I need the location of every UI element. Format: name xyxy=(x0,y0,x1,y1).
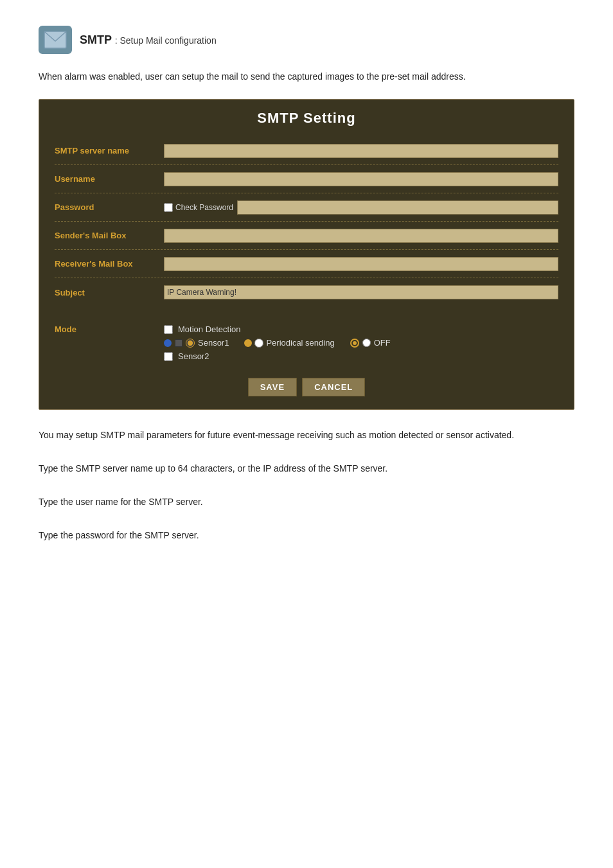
sensor1-checkbox-indicator xyxy=(175,339,182,347)
periodical-dot xyxy=(244,339,252,347)
off-radio[interactable] xyxy=(362,339,371,347)
sender-mailbox-row: Sender's Mail Box xyxy=(55,227,558,250)
subject-label: Subject xyxy=(55,288,164,297)
sensor1-item: Sensor1 xyxy=(164,338,229,348)
password-row: Password Check Password xyxy=(55,199,558,222)
button-row: SAVE CANCEL xyxy=(39,378,574,396)
description-2: Type the SMTP server name up to 64 chara… xyxy=(39,461,574,477)
smtp-server-row: SMTP server name xyxy=(55,142,558,165)
intro-text: When alarm was enabled, user can setup t… xyxy=(39,69,574,84)
off-label: OFF xyxy=(374,338,391,348)
password-controls: Check Password xyxy=(164,200,558,215)
sensor2-label: Sensor2 xyxy=(178,351,209,361)
off-item: OFF xyxy=(350,338,391,348)
receiver-mailbox-input[interactable] xyxy=(164,257,558,271)
sender-mailbox-input[interactable] xyxy=(164,229,558,243)
periodical-label-text: Periodical sending xyxy=(266,338,334,348)
header-title: SMTP : Setup Mail configuration xyxy=(80,33,217,47)
periodical-radio[interactable] xyxy=(254,339,263,348)
off-inner xyxy=(353,341,357,345)
mail-icon xyxy=(39,26,72,54)
subject-input[interactable] xyxy=(164,285,558,299)
sensor1-dot xyxy=(164,339,172,347)
sensor1-radio[interactable] xyxy=(186,339,195,348)
username-input[interactable] xyxy=(164,172,558,186)
motion-detection-checkbox[interactable] xyxy=(164,325,173,334)
off-circle xyxy=(350,339,359,348)
mode-label: Mode xyxy=(55,324,164,365)
password-label: Password xyxy=(55,202,164,212)
sensor2-checkbox[interactable] xyxy=(164,352,173,361)
description-4: Type the password for the SMTP server. xyxy=(39,528,574,544)
mode-radio-row: Sensor1 Periodical sending OFF xyxy=(164,338,391,348)
username-label: Username xyxy=(55,174,164,184)
smtp-server-input[interactable] xyxy=(164,144,558,158)
mode-section: Mode Motion Detection Sensor1 xyxy=(39,322,574,365)
save-button[interactable]: SAVE xyxy=(248,378,297,396)
header-section: SMTP : Setup Mail configuration xyxy=(39,26,574,54)
periodical-item: Periodical sending xyxy=(244,338,334,348)
description-3: Type the user name for the SMTP server. xyxy=(39,495,574,510)
motion-detection-label: Motion Detection xyxy=(178,324,241,334)
sensor1-label: Sensor1 xyxy=(198,338,229,348)
sensor2-row: Sensor2 xyxy=(164,351,391,361)
check-password-label[interactable]: Check Password xyxy=(164,203,233,212)
check-password-checkbox[interactable] xyxy=(164,203,173,212)
cancel-button[interactable]: CANCEL xyxy=(302,378,365,396)
sender-mailbox-label: Sender's Mail Box xyxy=(55,231,164,240)
description-1: You may setup SMTP mail parameters for f… xyxy=(39,428,574,443)
motion-detection-row: Motion Detection xyxy=(164,324,391,334)
smtp-server-label: SMTP server name xyxy=(55,146,164,155)
smtp-form: SMTP server name Username Password Check… xyxy=(39,136,574,322)
smtp-setting-box: SMTP Setting SMTP server name Username P… xyxy=(39,99,574,410)
smtp-box-title: SMTP Setting xyxy=(39,100,574,136)
receiver-mailbox-row: Receiver's Mail Box xyxy=(55,255,558,278)
receiver-mailbox-label: Receiver's Mail Box xyxy=(55,259,164,269)
subject-row: Subject xyxy=(55,283,558,306)
password-input[interactable] xyxy=(237,200,558,215)
username-row: Username xyxy=(55,170,558,193)
mode-options: Motion Detection Sensor1 Periodical send… xyxy=(164,324,391,365)
